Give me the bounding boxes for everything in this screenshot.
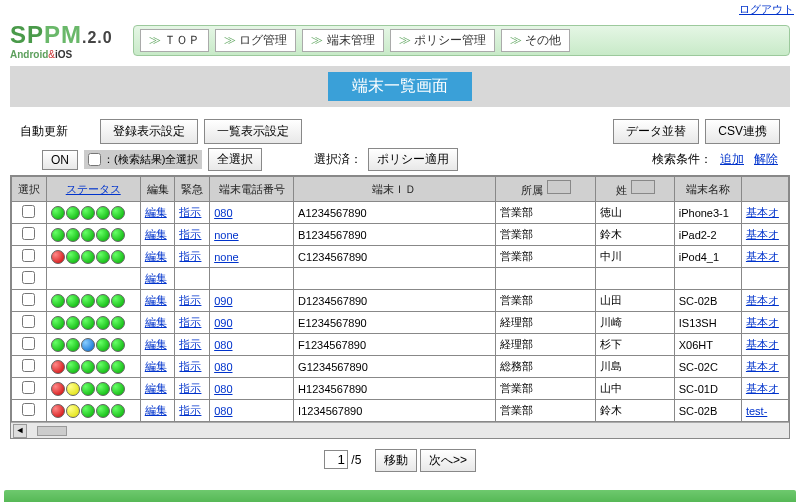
row-checkbox[interactable] xyxy=(22,293,35,306)
status-dot xyxy=(51,228,65,242)
basic-link[interactable]: 基本オ xyxy=(746,250,779,262)
status-dot xyxy=(96,228,110,242)
nav-log[interactable]: ログ管理 xyxy=(215,29,296,52)
nav-device[interactable]: 端末管理 xyxy=(302,29,383,52)
phone-link[interactable]: 090 xyxy=(214,295,232,307)
horizontal-scrollbar[interactable]: ◄ xyxy=(11,422,789,438)
basic-link[interactable]: test- xyxy=(746,405,767,417)
th-dept: 所属 xyxy=(495,177,596,202)
status-cell xyxy=(51,338,136,352)
scroll-left-icon[interactable]: ◄ xyxy=(13,424,27,438)
device-id-cell: H1234567890 xyxy=(294,378,496,400)
status-dot xyxy=(111,228,125,242)
urgent-link[interactable]: 指示 xyxy=(179,316,201,328)
csv-button[interactable]: CSV連携 xyxy=(705,119,780,144)
row-checkbox[interactable] xyxy=(22,249,35,262)
nav-top[interactable]: ＴＯＰ xyxy=(140,29,209,52)
search-all-checkbox-wrap[interactable]: ：(検索結果)全選択 xyxy=(84,150,202,169)
basic-link[interactable]: 基本オ xyxy=(746,338,779,350)
phone-link[interactable]: 080 xyxy=(214,383,232,395)
data-sort-button[interactable]: データ並替 xyxy=(613,119,699,144)
phone-link[interactable]: none xyxy=(214,251,238,263)
cond-remove-link[interactable]: 解除 xyxy=(754,151,778,168)
row-checkbox[interactable] xyxy=(22,271,35,284)
edit-link[interactable]: 編集 xyxy=(145,206,167,218)
logout-link[interactable]: ログアウト xyxy=(739,3,794,15)
move-button[interactable]: 移動 xyxy=(375,449,417,472)
phone-link[interactable]: 080 xyxy=(214,405,232,417)
page-input[interactable] xyxy=(324,450,348,469)
th-device: 端末名称 xyxy=(674,177,741,202)
name-cell: 山中 xyxy=(596,378,674,400)
th-select: 選択 xyxy=(12,177,47,202)
urgent-link[interactable]: 指示 xyxy=(179,250,201,262)
row-checkbox[interactable] xyxy=(22,315,35,328)
status-dot xyxy=(96,338,110,352)
on-button[interactable]: ON xyxy=(42,150,78,170)
status-dot xyxy=(96,360,110,374)
edit-link[interactable]: 編集 xyxy=(145,382,167,394)
table-row: 編集指示080H1234567890営業部山中SC-01D基本オ xyxy=(12,378,789,400)
reg-display-button[interactable]: 登録表示設定 xyxy=(100,119,198,144)
policy-apply-button[interactable]: ポリシー適用 xyxy=(368,148,458,171)
edit-link[interactable]: 編集 xyxy=(145,250,167,262)
edit-link[interactable]: 編集 xyxy=(145,294,167,306)
status-dot xyxy=(111,206,125,220)
nav-policy[interactable]: ポリシー管理 xyxy=(390,29,495,52)
urgent-link[interactable]: 指示 xyxy=(179,404,201,416)
edit-link[interactable]: 編集 xyxy=(145,338,167,350)
phone-link[interactable]: 080 xyxy=(214,361,232,373)
phone-link[interactable]: 090 xyxy=(214,317,232,329)
device-id-cell: D1234567890 xyxy=(294,290,496,312)
main-nav: ＴＯＰ ログ管理 端末管理 ポリシー管理 その他 xyxy=(133,25,790,56)
dept-cell: 営業部 xyxy=(495,400,596,422)
dept-cell: 経理部 xyxy=(495,334,596,356)
edit-link[interactable]: 編集 xyxy=(145,272,167,284)
urgent-link[interactable]: 指示 xyxy=(179,206,201,218)
basic-link[interactable]: 基本オ xyxy=(746,316,779,328)
status-dot xyxy=(81,338,95,352)
status-dot xyxy=(96,404,110,418)
search-all-checkbox[interactable] xyxy=(88,153,101,166)
nav-other[interactable]: その他 xyxy=(501,29,570,52)
status-dot xyxy=(81,294,95,308)
th-status[interactable]: ステータス xyxy=(46,177,140,202)
phone-link[interactable]: none xyxy=(214,229,238,241)
edit-link[interactable]: 編集 xyxy=(145,316,167,328)
dept-cell: 営業部 xyxy=(495,290,596,312)
phone-link[interactable]: 080 xyxy=(214,339,232,351)
row-checkbox[interactable] xyxy=(22,403,35,416)
edit-link[interactable]: 編集 xyxy=(145,228,167,240)
dept-filter[interactable] xyxy=(547,180,571,194)
row-checkbox[interactable] xyxy=(22,205,35,218)
urgent-link[interactable]: 指示 xyxy=(179,228,201,240)
status-dot xyxy=(66,316,80,330)
urgent-link[interactable]: 指示 xyxy=(179,382,201,394)
status-dot xyxy=(96,206,110,220)
urgent-link[interactable]: 指示 xyxy=(179,360,201,372)
status-dot xyxy=(111,250,125,264)
status-dot xyxy=(96,316,110,330)
row-checkbox[interactable] xyxy=(22,227,35,240)
name-filter[interactable] xyxy=(631,180,655,194)
row-checkbox[interactable] xyxy=(22,359,35,372)
scroll-thumb[interactable] xyxy=(37,426,67,436)
urgent-link[interactable]: 指示 xyxy=(179,338,201,350)
basic-link[interactable]: 基本オ xyxy=(746,294,779,306)
edit-link[interactable]: 編集 xyxy=(145,404,167,416)
select-all-button[interactable]: 全選択 xyxy=(208,148,262,171)
edit-link[interactable]: 編集 xyxy=(145,360,167,372)
basic-link[interactable]: 基本オ xyxy=(746,228,779,240)
basic-link[interactable]: 基本オ xyxy=(746,360,779,372)
next-button[interactable]: 次へ>> xyxy=(420,449,476,472)
logo: SPPM.2.0 Android&iOS xyxy=(10,21,113,60)
row-checkbox[interactable] xyxy=(22,381,35,394)
cond-add-link[interactable]: 追加 xyxy=(720,151,744,168)
device-id-cell: B1234567890 xyxy=(294,224,496,246)
basic-link[interactable]: 基本オ xyxy=(746,382,779,394)
row-checkbox[interactable] xyxy=(22,337,35,350)
list-display-button[interactable]: 一覧表示設定 xyxy=(204,119,302,144)
phone-link[interactable]: 080 xyxy=(214,207,232,219)
basic-link[interactable]: 基本オ xyxy=(746,206,779,218)
urgent-link[interactable]: 指示 xyxy=(179,294,201,306)
